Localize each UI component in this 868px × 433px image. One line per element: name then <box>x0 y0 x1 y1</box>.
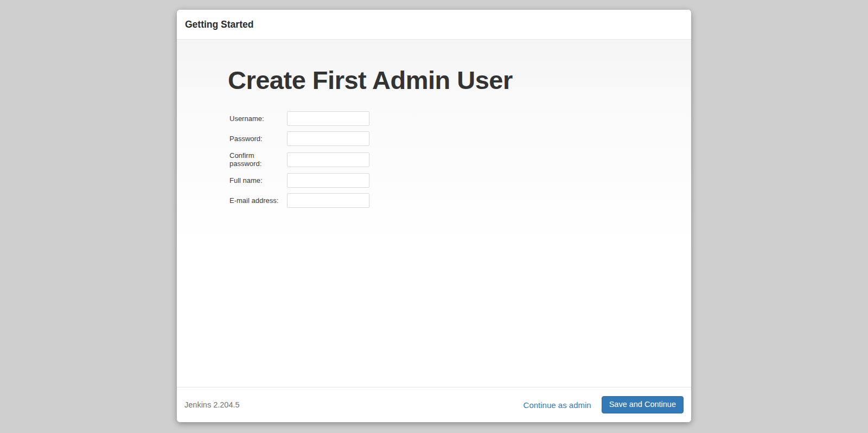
confirm-password-label: Confirm password: <box>229 151 287 168</box>
confirm-password-field[interactable] <box>287 152 369 167</box>
username-label: Username: <box>229 114 287 123</box>
form-row-confirm-password: Confirm password: <box>229 151 691 168</box>
dialog-title: Getting Started <box>185 19 253 30</box>
form-row-username: Username: <box>229 111 691 126</box>
form-row-fullname: Full name: <box>229 173 691 188</box>
email-label: E-mail address: <box>229 196 287 205</box>
admin-user-form: Username: Password: Confirm password: Fu… <box>229 111 691 208</box>
fullname-label: Full name: <box>229 176 287 184</box>
fullname-field[interactable] <box>287 173 369 188</box>
save-and-continue-button[interactable]: Save and Continue <box>602 396 684 413</box>
username-field[interactable] <box>287 111 369 126</box>
form-row-email: E-mail address: <box>229 193 691 208</box>
dialog-body: Create First Admin User Username: Passwo… <box>177 40 691 387</box>
form-row-password: Password: <box>229 131 691 146</box>
password-field[interactable] <box>287 131 369 146</box>
email-field[interactable] <box>287 193 369 208</box>
continue-as-admin-link[interactable]: Continue as admin <box>524 400 591 410</box>
setup-wizard-dialog: Getting Started Create First Admin User … <box>177 10 691 422</box>
jenkins-version-label: Jenkins 2.204.5 <box>184 400 240 409</box>
dialog-header: Getting Started <box>177 10 691 40</box>
page-title: Create First Admin User <box>228 65 691 95</box>
password-label: Password: <box>229 135 287 143</box>
dialog-footer: Jenkins 2.204.5 Continue as admin Save a… <box>177 387 691 422</box>
